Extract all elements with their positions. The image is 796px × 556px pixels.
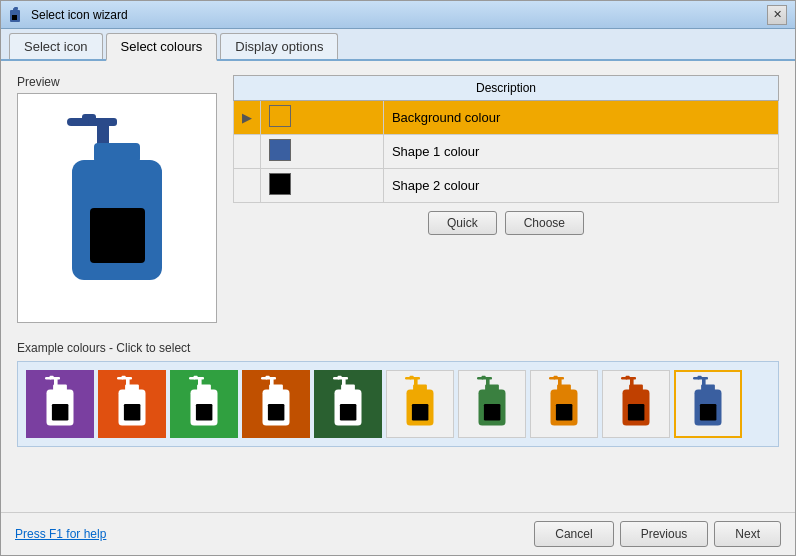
svg-rect-80 bbox=[700, 404, 717, 421]
row-label: Shape 1 colour bbox=[383, 135, 778, 169]
svg-rect-52 bbox=[412, 404, 429, 421]
colour-icon bbox=[394, 374, 446, 434]
svg-rect-70 bbox=[621, 377, 628, 379]
svg-rect-56 bbox=[477, 377, 484, 379]
tab-bar: Select icon Select colours Display optio… bbox=[1, 29, 795, 61]
svg-rect-24 bbox=[124, 404, 140, 421]
tab-display-options[interactable]: Display options bbox=[220, 33, 338, 59]
svg-rect-38 bbox=[268, 404, 285, 421]
colour-option[interactable] bbox=[386, 370, 454, 438]
colour-table: Description ▶ Background colour bbox=[233, 75, 779, 203]
svg-rect-3 bbox=[14, 7, 18, 10]
colour-icon bbox=[610, 374, 662, 434]
previous-button[interactable]: Previous bbox=[620, 521, 709, 547]
svg-rect-10 bbox=[90, 208, 145, 263]
main-window: Select icon wizard ✕ Select icon Select … bbox=[0, 0, 796, 556]
color-swatch bbox=[269, 139, 291, 161]
row-swatch-cell bbox=[261, 101, 384, 135]
svg-rect-17 bbox=[52, 404, 69, 421]
preview-icon bbox=[42, 108, 192, 308]
svg-rect-35 bbox=[261, 377, 268, 379]
colour-table-area: Description ▶ Background colour bbox=[233, 75, 779, 323]
row-arrow: ▶ bbox=[234, 101, 261, 135]
svg-rect-59 bbox=[484, 404, 501, 421]
window-title: Select icon wizard bbox=[31, 8, 767, 22]
svg-rect-77 bbox=[693, 377, 700, 379]
row-swatch-cell bbox=[261, 169, 384, 203]
colour-icon bbox=[250, 374, 302, 434]
preview-box bbox=[17, 93, 217, 323]
colour-icon bbox=[178, 374, 230, 434]
table-row[interactable]: ▶ Background colour bbox=[234, 101, 779, 135]
quick-button[interactable]: Quick bbox=[428, 211, 497, 235]
choose-button[interactable]: Choose bbox=[505, 211, 584, 235]
colour-option[interactable] bbox=[242, 370, 310, 438]
colour-icon bbox=[682, 374, 734, 434]
colour-icon bbox=[538, 374, 590, 434]
colour-icon bbox=[322, 374, 374, 434]
svg-rect-66 bbox=[556, 404, 573, 421]
colour-icon bbox=[106, 374, 158, 434]
table-row[interactable]: Shape 2 colour bbox=[234, 169, 779, 203]
colour-option[interactable] bbox=[170, 370, 238, 438]
colour-option[interactable] bbox=[26, 370, 94, 438]
svg-rect-21 bbox=[117, 377, 124, 379]
cancel-button[interactable]: Cancel bbox=[534, 521, 613, 547]
svg-rect-28 bbox=[189, 377, 196, 379]
colour-icon bbox=[466, 374, 518, 434]
svg-rect-63 bbox=[549, 377, 556, 379]
colour-option[interactable] bbox=[530, 370, 598, 438]
preview-label: Preview bbox=[17, 75, 217, 89]
svg-rect-14 bbox=[45, 377, 52, 379]
example-section: Example colours - Click to select bbox=[17, 341, 779, 447]
row-label: Shape 2 colour bbox=[383, 169, 778, 203]
colour-table-header: Description bbox=[234, 76, 779, 101]
footer-buttons: Cancel Previous Next bbox=[534, 521, 781, 547]
colour-option[interactable] bbox=[674, 370, 742, 438]
row-arrow bbox=[234, 169, 261, 203]
close-button[interactable]: ✕ bbox=[767, 5, 787, 25]
row-label: Background colour bbox=[383, 101, 778, 135]
svg-rect-45 bbox=[340, 404, 357, 421]
main-content: Preview bbox=[1, 61, 795, 512]
svg-rect-42 bbox=[333, 377, 340, 379]
colour-option[interactable] bbox=[314, 370, 382, 438]
help-link[interactable]: Press F1 for help bbox=[15, 527, 106, 541]
example-colours bbox=[17, 361, 779, 447]
row-arrow bbox=[234, 135, 261, 169]
colour-option[interactable] bbox=[602, 370, 670, 438]
example-label: Example colours - Click to select bbox=[17, 341, 779, 355]
svg-rect-1 bbox=[12, 15, 17, 20]
svg-rect-31 bbox=[196, 404, 213, 421]
svg-rect-49 bbox=[405, 377, 412, 379]
svg-rect-7 bbox=[67, 118, 89, 126]
tab-select-colours[interactable]: Select colours bbox=[106, 33, 218, 61]
color-swatch bbox=[269, 105, 291, 127]
colour-icon bbox=[34, 374, 86, 434]
row-swatch-cell bbox=[261, 135, 384, 169]
title-bar: Select icon wizard ✕ bbox=[1, 1, 795, 29]
color-swatch bbox=[269, 173, 291, 195]
preview-area: Preview bbox=[17, 75, 217, 323]
top-section: Preview bbox=[17, 75, 779, 323]
table-row[interactable]: Shape 1 colour bbox=[234, 135, 779, 169]
window-icon bbox=[9, 7, 25, 23]
footer: Press F1 for help Cancel Previous Next bbox=[1, 512, 795, 555]
colour-option[interactable] bbox=[458, 370, 526, 438]
next-button[interactable]: Next bbox=[714, 521, 781, 547]
svg-rect-73 bbox=[628, 404, 645, 421]
tab-select-icon[interactable]: Select icon bbox=[9, 33, 103, 59]
table-buttons: Quick Choose bbox=[233, 211, 779, 235]
colour-option[interactable] bbox=[98, 370, 166, 438]
